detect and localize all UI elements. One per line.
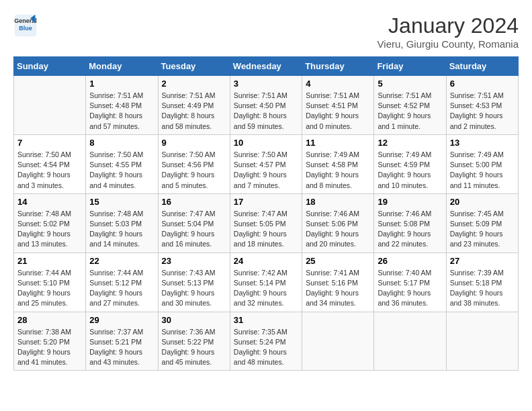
calendar-cell: 9Sunrise: 7:50 AMSunset: 4:56 PMDaylight…	[158, 134, 230, 193]
day-number: 30	[162, 315, 226, 325]
weekday-header-monday: Monday	[86, 57, 158, 76]
day-number: 15	[89, 197, 154, 207]
day-info: Sunrise: 7:51 AMSunset: 4:48 PMDaylight:…	[89, 91, 154, 132]
title-block: January 2024 Vieru, Giurgiu County, Roma…	[378, 13, 519, 50]
calendar-cell	[446, 312, 518, 371]
day-number: 10	[234, 138, 298, 148]
weekday-header-saturday: Saturday	[446, 57, 518, 76]
day-number: 11	[306, 138, 370, 148]
day-info: Sunrise: 7:49 AMSunset: 5:00 PMDaylight:…	[450, 150, 515, 191]
day-number: 13	[450, 138, 515, 148]
day-info: Sunrise: 7:40 AMSunset: 5:17 PMDaylight:…	[378, 268, 442, 309]
week-row-2: 7Sunrise: 7:50 AMSunset: 4:54 PMDaylight…	[14, 134, 519, 193]
day-info: Sunrise: 7:44 AMSunset: 5:12 PMDaylight:…	[89, 268, 154, 309]
calendar-cell	[374, 312, 446, 371]
day-info: Sunrise: 7:48 AMSunset: 5:02 PMDaylight:…	[17, 209, 82, 250]
week-row-4: 21Sunrise: 7:44 AMSunset: 5:10 PMDayligh…	[14, 253, 519, 312]
logo: General Blue	[13, 13, 40, 38]
day-info: Sunrise: 7:46 AMSunset: 5:08 PMDaylight:…	[378, 209, 442, 250]
calendar-cell: 6Sunrise: 7:51 AMSunset: 4:53 PMDaylight…	[446, 76, 518, 135]
day-number: 3	[234, 79, 298, 89]
day-number: 5	[378, 79, 442, 89]
calendar-cell: 28Sunrise: 7:38 AMSunset: 5:20 PMDayligh…	[14, 312, 86, 371]
calendar-cell: 12Sunrise: 7:49 AMSunset: 4:59 PMDayligh…	[374, 134, 446, 193]
day-info: Sunrise: 7:50 AMSunset: 4:55 PMDaylight:…	[89, 150, 154, 191]
day-number: 23	[162, 256, 226, 266]
calendar-cell: 27Sunrise: 7:39 AMSunset: 5:18 PMDayligh…	[446, 253, 518, 312]
day-number: 25	[306, 256, 370, 266]
day-number: 17	[234, 197, 298, 207]
weekday-header-sunday: Sunday	[14, 57, 86, 76]
calendar-cell: 16Sunrise: 7:47 AMSunset: 5:04 PMDayligh…	[158, 193, 230, 253]
day-number: 4	[306, 79, 370, 89]
week-row-3: 14Sunrise: 7:48 AMSunset: 5:02 PMDayligh…	[14, 193, 519, 253]
day-info: Sunrise: 7:37 AMSunset: 5:21 PMDaylight:…	[89, 327, 154, 368]
location: Vieru, Giurgiu County, Romania	[378, 38, 519, 50]
calendar-cell: 11Sunrise: 7:49 AMSunset: 4:58 PMDayligh…	[302, 134, 374, 193]
day-info: Sunrise: 7:51 AMSunset: 4:52 PMDaylight:…	[378, 91, 442, 132]
week-row-1: 1Sunrise: 7:51 AMSunset: 4:48 PMDaylight…	[14, 76, 519, 135]
day-number: 8	[89, 138, 154, 148]
calendar-cell: 23Sunrise: 7:43 AMSunset: 5:13 PMDayligh…	[158, 253, 230, 312]
day-info: Sunrise: 7:38 AMSunset: 5:20 PMDaylight:…	[17, 327, 82, 368]
calendar-cell	[14, 76, 86, 135]
calendar-cell: 8Sunrise: 7:50 AMSunset: 4:55 PMDaylight…	[86, 134, 158, 193]
day-info: Sunrise: 7:51 AMSunset: 4:49 PMDaylight:…	[162, 91, 226, 132]
day-number: 28	[17, 315, 82, 325]
day-number: 16	[162, 197, 226, 207]
day-number: 31	[234, 315, 298, 325]
day-number: 21	[17, 256, 82, 266]
calendar-cell: 14Sunrise: 7:48 AMSunset: 5:02 PMDayligh…	[14, 193, 86, 253]
day-number: 19	[378, 197, 442, 207]
day-info: Sunrise: 7:41 AMSunset: 5:16 PMDaylight:…	[306, 268, 370, 309]
calendar-cell: 2Sunrise: 7:51 AMSunset: 4:49 PMDaylight…	[158, 76, 230, 135]
day-info: Sunrise: 7:36 AMSunset: 5:22 PMDaylight:…	[162, 327, 226, 368]
weekday-header-thursday: Thursday	[302, 57, 374, 76]
day-number: 6	[450, 79, 515, 89]
day-number: 12	[378, 138, 442, 148]
logo-icon: General Blue	[13, 13, 38, 38]
weekday-header-friday: Friday	[374, 57, 446, 76]
weekday-header-wednesday: Wednesday	[230, 57, 302, 76]
day-info: Sunrise: 7:50 AMSunset: 4:57 PMDaylight:…	[234, 150, 298, 191]
day-number: 1	[89, 79, 154, 89]
day-info: Sunrise: 7:42 AMSunset: 5:14 PMDaylight:…	[234, 268, 298, 309]
weekday-header-tuesday: Tuesday	[158, 57, 230, 76]
day-info: Sunrise: 7:47 AMSunset: 5:05 PMDaylight:…	[234, 209, 298, 250]
calendar-cell: 17Sunrise: 7:47 AMSunset: 5:05 PMDayligh…	[230, 193, 302, 253]
day-info: Sunrise: 7:45 AMSunset: 5:09 PMDaylight:…	[450, 209, 515, 250]
calendar-table: SundayMondayTuesdayWednesdayThursdayFrid…	[13, 56, 519, 371]
calendar-cell: 4Sunrise: 7:51 AMSunset: 4:51 PMDaylight…	[302, 76, 374, 135]
calendar-cell	[302, 312, 374, 371]
calendar-cell: 30Sunrise: 7:36 AMSunset: 5:22 PMDayligh…	[158, 312, 230, 371]
day-number: 2	[162, 79, 226, 89]
calendar-cell: 26Sunrise: 7:40 AMSunset: 5:17 PMDayligh…	[374, 253, 446, 312]
day-info: Sunrise: 7:35 AMSunset: 5:24 PMDaylight:…	[234, 327, 298, 368]
day-info: Sunrise: 7:50 AMSunset: 4:56 PMDaylight:…	[162, 150, 226, 191]
calendar-cell: 1Sunrise: 7:51 AMSunset: 4:48 PMDaylight…	[86, 76, 158, 135]
calendar-cell: 21Sunrise: 7:44 AMSunset: 5:10 PMDayligh…	[14, 253, 86, 312]
calendar-cell: 25Sunrise: 7:41 AMSunset: 5:16 PMDayligh…	[302, 253, 374, 312]
day-info: Sunrise: 7:47 AMSunset: 5:04 PMDaylight:…	[162, 209, 226, 250]
calendar-cell: 24Sunrise: 7:42 AMSunset: 5:14 PMDayligh…	[230, 253, 302, 312]
day-info: Sunrise: 7:44 AMSunset: 5:10 PMDaylight:…	[17, 268, 82, 309]
day-number: 24	[234, 256, 298, 266]
day-number: 26	[378, 256, 442, 266]
calendar-cell: 10Sunrise: 7:50 AMSunset: 4:57 PMDayligh…	[230, 134, 302, 193]
page-header: General Blue January 2024 Vieru, Giurgiu…	[13, 13, 519, 50]
calendar-cell: 15Sunrise: 7:48 AMSunset: 5:03 PMDayligh…	[86, 193, 158, 253]
calendar-cell: 18Sunrise: 7:46 AMSunset: 5:06 PMDayligh…	[302, 193, 374, 253]
day-number: 27	[450, 256, 515, 266]
calendar-cell: 3Sunrise: 7:51 AMSunset: 4:50 PMDaylight…	[230, 76, 302, 135]
calendar-cell: 31Sunrise: 7:35 AMSunset: 5:24 PMDayligh…	[230, 312, 302, 371]
calendar-cell: 7Sunrise: 7:50 AMSunset: 4:54 PMDaylight…	[14, 134, 86, 193]
svg-text:Blue: Blue	[19, 25, 32, 32]
calendar-cell: 13Sunrise: 7:49 AMSunset: 5:00 PMDayligh…	[446, 134, 518, 193]
calendar-cell: 5Sunrise: 7:51 AMSunset: 4:52 PMDaylight…	[374, 76, 446, 135]
day-info: Sunrise: 7:51 AMSunset: 4:50 PMDaylight:…	[234, 91, 298, 132]
calendar-cell: 19Sunrise: 7:46 AMSunset: 5:08 PMDayligh…	[374, 193, 446, 253]
day-info: Sunrise: 7:43 AMSunset: 5:13 PMDaylight:…	[162, 268, 226, 309]
day-number: 18	[306, 197, 370, 207]
weekday-header-row: SundayMondayTuesdayWednesdayThursdayFrid…	[14, 57, 519, 76]
day-number: 9	[162, 138, 226, 148]
